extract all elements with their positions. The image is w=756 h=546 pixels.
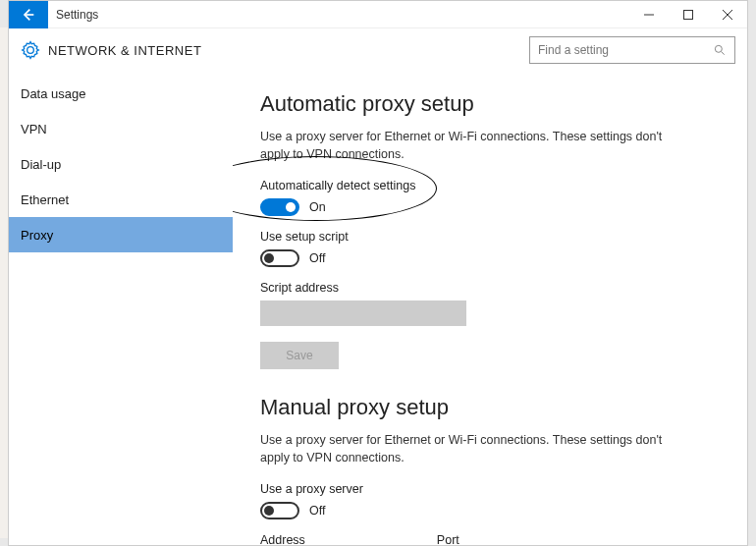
body: Data usage VPN Dial-up Ethernet Proxy Au… (9, 72, 747, 545)
sidebar-item-ethernet[interactable]: Ethernet (9, 182, 233, 217)
save-label: Save (286, 349, 312, 362)
save-button[interactable]: Save (260, 342, 339, 369)
search-input[interactable]: Find a setting (529, 36, 735, 64)
desktop-strip (0, 27, 8, 538)
sidebar-item-data-usage[interactable]: Data usage (9, 76, 233, 111)
auto-heading: Automatic proxy setup (260, 91, 728, 117)
manual-desc: Use a proxy server for Ethernet or Wi-Fi… (260, 432, 673, 466)
script-address-label: Script address (260, 281, 728, 295)
use-proxy-toggle[interactable] (260, 502, 299, 519)
gear-icon (21, 40, 40, 60)
auto-desc: Use a proxy server for Ethernet or Wi-Fi… (260, 129, 673, 163)
manual-heading: Manual proxy setup (260, 395, 728, 420)
content-panel: Automatic proxy setup Use a proxy server… (233, 72, 747, 545)
svg-rect-0 (684, 10, 693, 19)
sidebar-item-label: VPN (21, 122, 47, 136)
use-proxy-label: Use a proxy server (260, 482, 728, 496)
address-label: Address (260, 533, 305, 545)
titlebar: Settings (9, 1, 747, 28)
sidebar-item-dialup[interactable]: Dial-up (9, 146, 233, 182)
window-title: Settings (48, 8, 629, 22)
header: NETWORK & INTERNET Find a setting (9, 28, 747, 72)
arrow-left-icon (21, 7, 36, 23)
detect-toggle[interactable] (260, 198, 299, 216)
sidebar-item-vpn[interactable]: VPN (9, 111, 233, 146)
back-button[interactable] (9, 1, 48, 28)
toggle-knob (264, 253, 274, 263)
sidebar-item-label: Proxy (21, 228, 53, 243)
toggle-knob (286, 202, 296, 212)
close-button[interactable] (708, 1, 747, 28)
detect-state: On (309, 200, 326, 214)
search-icon (713, 43, 727, 57)
sidebar: Data usage VPN Dial-up Ethernet Proxy (9, 72, 233, 545)
window-controls (629, 1, 747, 28)
svg-point-1 (715, 45, 722, 52)
section-title: NETWORK & INTERNET (48, 43, 529, 58)
sidebar-item-label: Dial-up (21, 157, 61, 172)
sidebar-item-label: Data usage (21, 86, 86, 101)
search-placeholder: Find a setting (538, 43, 609, 57)
toggle-knob (264, 506, 274, 516)
settings-window: Settings NETWORK & INTERNET Find a setti… (8, 0, 748, 546)
sidebar-item-label: Ethernet (21, 192, 69, 207)
script-address-input[interactable] (260, 300, 466, 326)
port-label: Port (437, 533, 459, 545)
script-state: Off (309, 251, 325, 265)
minimize-button[interactable] (629, 1, 669, 28)
maximize-button[interactable] (669, 1, 708, 28)
script-toggle[interactable] (260, 249, 299, 267)
detect-label: Automatically detect settings (260, 179, 728, 192)
script-toggle-label: Use setup script (260, 230, 728, 244)
use-proxy-state: Off (309, 504, 325, 518)
sidebar-item-proxy[interactable]: Proxy (9, 217, 233, 252)
